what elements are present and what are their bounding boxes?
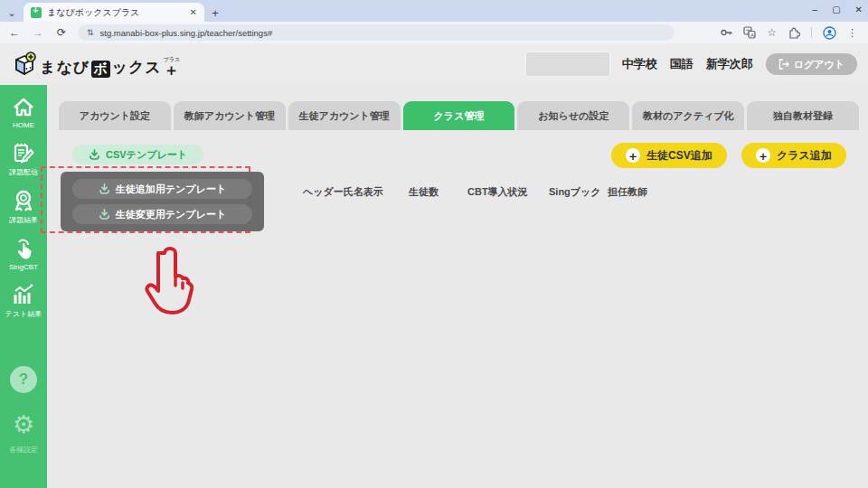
close-tab-icon[interactable]: ✕ [190,7,197,17]
minimize-button[interactable]: – [813,5,818,14]
assignment-send-icon [12,141,35,164]
tab-account-settings[interactable]: アカウント設定 [59,101,171,130]
password-key-icon[interactable] [720,26,732,39]
download-icon [99,209,110,221]
back-button[interactable]: ← [7,26,22,39]
tab-student-accounts[interactable]: 生徒アカウント管理 [288,101,401,130]
extensions-icon[interactable] [788,26,800,39]
column-header-student-count: 生徒数 [409,185,439,199]
browser-menu-icon[interactable]: ⋮ [847,27,857,39]
settings-tabs: アカウント設定 教師アカウント管理 生徒アカウント管理 クラス管理 お知らせの設… [59,101,859,130]
sidebar-item-singcbt[interactable]: SingCBT [9,237,38,271]
tab-notification-settings[interactable]: お知らせの設定 [517,101,629,130]
csv-template-dropdown: 生徒追加用テンプレート 生徒変更用テンプレート [61,172,264,231]
sidebar-item-home[interactable]: HOME [12,97,35,129]
logo-plus: ＋ [164,62,180,78]
home-icon [12,97,35,118]
app-header: まなび ボ ックス プラス ＋ 中学校 国語 新学次郎 ログアウト [0,43,868,85]
reload-button[interactable]: ⟳ [54,26,69,39]
column-header-cbt-status: CBT導入状況 [467,185,528,199]
tap-icon [12,237,35,260]
download-icon [89,149,100,161]
sidebar-item-assignment-result[interactable]: 課題結果 [9,189,38,225]
student-change-template-button[interactable]: 生徒変更用テンプレート [72,204,252,224]
app-logo[interactable]: まなび ボ ックス プラス ＋ [11,51,180,78]
site-settings-icon[interactable]: ⇅ [87,28,93,37]
tab-search-icon[interactable]: ⌄ [0,4,24,22]
tab-teacher-accounts[interactable]: 教師アカウント管理 [174,101,286,130]
school-label: 中学校 [622,56,657,72]
column-header-homeroom-teacher: 担任教師 [608,185,647,199]
user-name: 新学次郎 [706,56,753,72]
logo-text-manabi: まなび [40,57,90,78]
add-student-csv-button[interactable]: ＋ 生徒CSV追加 [611,143,727,168]
url-text: stg.manabi-box-plus.sing.jp/teacher/sett… [100,28,273,38]
browser-tab[interactable]: まなびボックスプラス ✕ [24,3,204,22]
browser-tab-title: まなびボックスプラス [47,6,184,19]
test-result-icon [12,283,35,306]
address-bar[interactable]: ⇅ stg.manabi-box-plus.sing.jp/teacher/se… [78,24,675,41]
bookmark-star-icon[interactable]: ☆ [767,26,777,39]
logout-button[interactable]: ログアウト [766,53,857,75]
subject-label: 国語 [670,56,693,72]
tab-custom-materials[interactable]: 独自教材登録 [747,101,859,130]
forward-button[interactable]: → [31,26,45,39]
plus-icon: ＋ [756,148,770,163]
main-content: アカウント設定 教師アカウント管理 生徒アカウント管理 クラス管理 お知らせの設… [47,85,868,488]
favicon [31,7,42,18]
student-add-template-button[interactable]: 生徒追加用テンプレート [72,179,252,199]
column-header-singbook: Singブック [549,185,601,199]
add-class-button[interactable]: ＋ クラス追加 [741,143,846,168]
new-tab-button[interactable]: + [204,4,226,22]
sidebar-item-assignment-send[interactable]: 課題配信 [9,141,38,177]
tab-material-activation[interactable]: 教材のアクティブ化 [632,101,744,130]
maximize-button[interactable]: ▢ [832,5,840,14]
settings-gear-icon[interactable]: ⚙ [13,413,34,437]
close-window-button[interactable]: ✕ [855,5,863,14]
redacted-school-name [526,52,609,76]
browser-toolbar: ← → ⟳ ⇅ stg.manabi-box-plus.sing.jp/teac… [0,22,868,43]
logo-text-kkusu: ックス [112,57,162,78]
sidebar-nav: HOME 課題配信 課題結果 SingCBT テスト結果 ? ⚙ 各種設定 [0,85,47,488]
svg-text:A: A [750,33,754,38]
pointing-hand-cursor-icon [143,244,193,316]
logout-icon [778,59,789,70]
question-mark-icon: ? [19,371,28,389]
sidebar-item-test-result[interactable]: テスト結果 [5,283,42,319]
toolbar-divider [811,27,812,38]
profile-avatar-icon[interactable] [823,26,836,40]
download-icon [99,183,110,195]
translate-icon[interactable]: 文A [743,26,756,39]
plus-icon: ＋ [626,148,640,163]
column-header-name-display: ヘッダー氏名表示 [303,185,383,199]
csv-template-button[interactable]: CSVテンプレート [72,145,203,164]
settings-label: 各種設定 [9,445,38,455]
logo-text-bo: ボ [91,61,109,78]
tab-class-management[interactable]: クラス管理 [403,101,515,130]
help-button[interactable]: ? [10,366,37,393]
assignment-result-icon [12,189,35,212]
logo-cube-icon [11,51,38,78]
browser-tabstrip: ⌄ まなびボックスプラス ✕ + – ▢ ✕ [0,0,868,22]
